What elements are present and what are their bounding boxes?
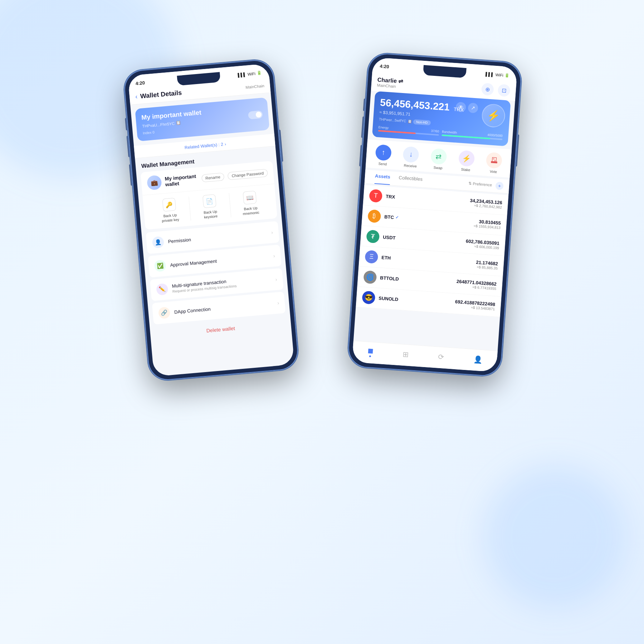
wifi-icon: WiFi (247, 71, 255, 76)
right-signal-icon: ▌▌▌ (486, 72, 494, 77)
silent-button[interactable] (125, 118, 127, 131)
wallet-avatar: 💼 (147, 175, 162, 190)
signal-icon: ▌▌▌ (238, 72, 246, 77)
usdt-name: USDT (383, 234, 396, 240)
backup-mnemonic-icon: 📖 (243, 191, 257, 205)
btc-name: BTC ✓ (384, 214, 399, 221)
right-volume-down-button[interactable] (359, 145, 362, 166)
bnav-profile[interactable]: 👤 (473, 355, 483, 364)
asset-list: T TRX 34,234,453.126 ≈$ 2,760,842,982 ₿ … (356, 185, 508, 317)
bnav-history-icon: ⟳ (438, 352, 445, 361)
stake-icon: ⚡ (458, 150, 475, 167)
left-phone: 4:20 ▌▌▌ WiFi 🔋 ‹ Wallet Details MainCha… (123, 58, 299, 381)
right-status-icons: ▌▌▌ WiFi 🔋 (486, 72, 510, 78)
eye-icon[interactable]: 👁 (455, 102, 466, 112)
backup-key-icon: 🔑 (162, 198, 176, 212)
energy-item: Energy 37/60 (378, 125, 439, 136)
left-phone-screen: 4:20 ▌▌▌ WiFi 🔋 ‹ Wallet Details MainCha… (128, 63, 294, 376)
right-wifi-icon: WiFi (495, 72, 503, 77)
right-silent-button[interactable] (363, 98, 365, 111)
btt-name: BTTOLD (380, 275, 399, 282)
swap-label: Swap (433, 165, 443, 170)
bnav-collections-icon: ⊞ (402, 350, 409, 358)
send-label: Send (378, 161, 387, 166)
change-password-button[interactable]: Change Password (228, 169, 268, 180)
btt-amounts: 2648771.04328662 ≈$ 6.77419355 (456, 279, 497, 291)
left-status-time: 4:20 (135, 80, 145, 86)
tab-assets[interactable]: Assets (370, 170, 395, 185)
btt-icon: 🌀 (363, 270, 377, 284)
dapp-icon: 🔗 (158, 307, 171, 319)
right-volume-up-button[interactable] (361, 116, 364, 138)
backup-keystore-label: Back Upkeystore (204, 209, 218, 219)
usdt-icon: ₮ (366, 230, 380, 243)
usdt-amounts: 602,786.035091 ≈$ 606,000.199 (465, 238, 500, 250)
backup-mnemonic[interactable]: 📖 Back Upmnemonic (229, 190, 272, 218)
add-asset-button[interactable]: + (495, 181, 503, 190)
approval-icon: ✅ (154, 260, 166, 272)
backup-mnemonic-label: Back Upmnemonic (242, 205, 259, 216)
stake-label: Stake (461, 167, 470, 172)
approval-arrow: › (273, 253, 275, 259)
right-phone: 4:20 ▌▌▌ WiFi 🔋 Charlie ⇌ MainChain ⊕ (347, 52, 522, 377)
vote-label: Vote (490, 169, 497, 174)
stake-action[interactable]: ⚡ Stake (458, 150, 475, 172)
swap-action[interactable]: ⇄ Swap (430, 148, 447, 170)
copy-icon[interactable]: 📋 (176, 120, 181, 125)
battery-icon: 🔋 (257, 70, 262, 75)
right-status-time: 4:20 (380, 63, 389, 69)
vote-icon: 🗳 (486, 152, 503, 169)
right-phone-inner: 4:20 ▌▌▌ WiFi 🔋 Charlie ⇌ MainChain ⊕ (348, 53, 521, 376)
bnav-collections[interactable]: ⊞ (402, 350, 409, 358)
external-link-icon[interactable]: ↗ (468, 103, 478, 113)
eth-icon: Ξ (365, 250, 378, 264)
tron-circle: ⚡ (481, 103, 506, 128)
sun-amounts: 692.418878222498 ≈$ 13.5483871 (455, 299, 496, 311)
wallet-card: My important wallet THPvaU...Fhn5YC 📋 In… (135, 97, 270, 141)
multisig-arrow: › (275, 277, 277, 282)
wallet-mgmt-name: My important wallet (165, 173, 199, 187)
bnav-history[interactable]: ⟳ (438, 352, 445, 361)
left-status-icons: ▌▌▌ WiFi 🔋 (238, 70, 262, 77)
bottom-nav: ◼ ⊞ ⟳ 👤 (352, 341, 498, 372)
send-action[interactable]: ↑ Send (375, 144, 392, 166)
eth-name: ETH (381, 255, 391, 261)
right-power-button[interactable] (516, 135, 519, 167)
bandwidth-item: Bandwidth 4000/5000 (441, 130, 503, 140)
phones-container: 4:20 ▌▌▌ WiFi 🔋 ‹ Wallet Details MainCha… (125, 36, 519, 608)
vote-action[interactable]: 🗳 Vote (486, 152, 503, 174)
dapp-label: DApp Connection (174, 306, 211, 315)
multisig-icon: ✏️ (156, 283, 169, 296)
bnav-assets-dot (369, 355, 371, 357)
bnav-assets-icon: ◼ (367, 346, 374, 355)
bnav-assets[interactable]: ◼ (367, 346, 374, 357)
balance-card: 56,456,453.221 TRX ≈ $3,951,951.71 THPwe… (372, 91, 511, 146)
dapp-arrow: › (277, 300, 279, 306)
backup-key-label: Back Upprivate key (161, 213, 179, 223)
permission-icon: 👤 (152, 236, 165, 249)
tab-collectibles[interactable]: Collectibles (394, 172, 427, 187)
copy-addr-icon[interactable]: 📋 (408, 119, 412, 123)
rename-button[interactable]: Rename (201, 172, 224, 182)
eth-amounts: 21.174682 ≈$ 85,885.35 (475, 259, 498, 270)
permission-label: Permission (168, 237, 191, 244)
approval-label: Approval Management (170, 258, 217, 268)
receive-action[interactable]: ↓ Receive (402, 146, 419, 168)
receive-label: Receive (404, 163, 417, 168)
backup-private-key[interactable]: 🔑 Back Upprivate key (148, 196, 191, 224)
backup-keystore[interactable]: 📄 Back Upkeystore (189, 193, 231, 221)
sun-icon: 😎 (362, 291, 375, 304)
trx-icon: T (369, 189, 382, 203)
trx-amounts: 34,234,453.126 ≈$ 2,760,842,982 (469, 198, 502, 209)
tab-preference[interactable]: ⇅ Preference + (468, 177, 504, 193)
send-icon: ↑ (375, 144, 392, 161)
bnav-profile-icon: 👤 (473, 355, 483, 364)
receive-icon: ↓ (402, 146, 419, 163)
backup-keystore-icon: 📄 (203, 194, 216, 208)
non-hd-badge: Non-HD (413, 119, 431, 125)
tron-logo-3d: ⚡ (479, 101, 508, 130)
wallet-name-section: 💼 My important wallet Rename Change Pass… (141, 161, 278, 230)
sun-name: SUNOLD (379, 296, 399, 302)
btc-amounts: 30.810455 ≈$ 1555,934,813 (474, 219, 501, 230)
btc-icon: ₿ (367, 209, 381, 223)
